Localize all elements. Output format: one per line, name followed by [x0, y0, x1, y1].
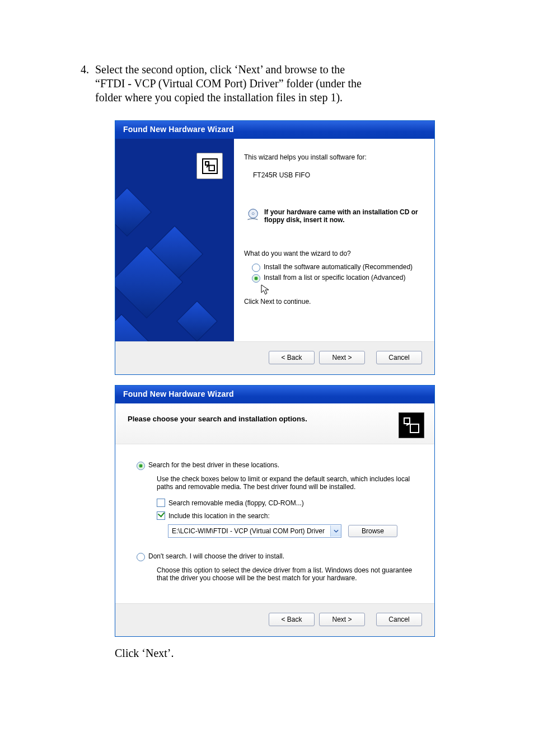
next-button[interactable]: Next > — [319, 613, 365, 626]
location-dropdown[interactable]: E:\LCIC-WIM\FTDI - VCP (Virtual COM Port… — [168, 524, 341, 538]
wizard-dialog-1: Found New Hardware Wizard This wiz — [115, 120, 435, 375]
radio-dont-search[interactable]: Don't search. I will choose the driver t… — [137, 552, 418, 561]
browse-button[interactable]: Browse — [348, 525, 397, 537]
svg-point-2 — [252, 213, 254, 215]
wizard-subheader: Please choose your search and installati… — [115, 403, 434, 444]
radio-group: Install the software automatically (Reco… — [252, 263, 428, 295]
wizard-intro: This wizard helps you install software f… — [244, 153, 428, 161]
instruction-text: 4. Select the second option, click ‘Next… — [95, 63, 444, 105]
radio-dot-icon — [252, 264, 260, 272]
svg-rect-3 — [399, 413, 424, 438]
instruction-line: Select the second option, click ‘Next’ a… — [95, 63, 345, 76]
titlebar: Found New Hardware Wizard — [115, 386, 434, 403]
instruction-line: “FTDI - VCP (Virtual COM Port) Driver” f… — [95, 77, 362, 90]
option-desc: Use the check boxes below to limit or ex… — [157, 475, 418, 491]
continue-hint: Click Next to continue. — [244, 298, 428, 306]
radio-install-list[interactable]: Install from a list or specific location… — [252, 274, 428, 282]
radio-label: Search for the best driver in these loca… — [148, 461, 279, 469]
next-button[interactable]: Next > — [319, 351, 365, 364]
checkbox-removable-media[interactable]: Search removable media (floppy, CD-ROM..… — [157, 499, 418, 507]
checkbox-icon — [157, 499, 165, 507]
option-desc: Choose this option to select the device … — [157, 566, 418, 582]
location-value: E:\LCIC-WIM\FTDI - VCP (Virtual COM Port… — [172, 527, 325, 535]
back-button[interactable]: < Back — [269, 613, 315, 626]
device-icon — [196, 153, 223, 179]
checkbox-icon — [157, 511, 165, 520]
wizard-prompt: What do you want the wizard to do? — [244, 250, 428, 257]
radio-dot-icon — [137, 462, 145, 470]
button-bar: < Back Next > Cancel — [115, 603, 434, 636]
checkbox-label: Search removable media (floppy, CD-ROM..… — [168, 499, 304, 507]
radio-install-auto[interactable]: Install the software automatically (Reco… — [252, 263, 428, 271]
cancel-button[interactable]: Cancel — [376, 351, 422, 364]
cd-hint-text: If your hardware came with an installati… — [264, 208, 421, 224]
button-bar: < Back Next > Cancel — [115, 341, 434, 374]
wizard-dialog-2: Found New Hardware Wizard Please choose … — [115, 385, 435, 637]
radio-dot-icon — [252, 274, 260, 283]
cancel-button[interactable]: Cancel — [376, 613, 422, 626]
instruction-line: folder where you copied the installation… — [95, 91, 343, 104]
cursor-icon — [261, 284, 270, 295]
back-button[interactable]: < Back — [269, 351, 315, 364]
titlebar: Found New Hardware Wizard — [115, 121, 434, 139]
chevron-down-icon — [330, 525, 341, 537]
svg-rect-0 — [203, 159, 217, 173]
wizard-heading: Please choose your search and installati… — [128, 412, 399, 423]
device-icon — [399, 412, 424, 438]
radio-search-best[interactable]: Search for the best driver in these loca… — [137, 461, 418, 469]
device-name: FT245R USB FIFO — [253, 171, 428, 179]
radio-dot-icon — [137, 553, 145, 561]
checkbox-label: Include this location in the search: — [168, 512, 270, 520]
radio-label: Install from a list or specific location… — [264, 274, 405, 281]
closing-text: Click ‘Next’. — [115, 647, 534, 660]
radio-label: Don't search. I will choose the driver t… — [148, 552, 284, 560]
radio-label: Install the software automatically (Reco… — [264, 263, 413, 271]
wizard-side-banner — [115, 139, 234, 341]
cd-icon — [246, 208, 261, 223]
checkbox-include-location[interactable]: Include this location in the search: — [157, 511, 418, 520]
step-number: 4. — [81, 63, 89, 77]
